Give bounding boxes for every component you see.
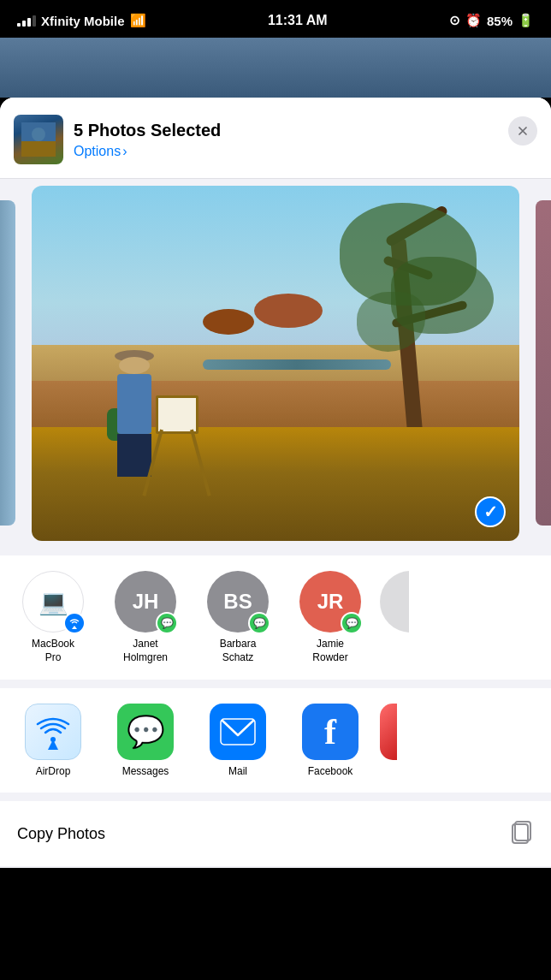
- facebook-app-icon: f: [302, 704, 358, 760]
- contact-avatar-wrap-janet: JH 💬: [115, 571, 176, 633]
- carousel-edge-right: [536, 200, 551, 526]
- battery-icon: 🔋: [518, 13, 534, 28]
- action-section[interactable]: Copy Photos: [0, 801, 551, 866]
- svg-point-2: [32, 128, 45, 141]
- easel-canvas: [156, 395, 198, 434]
- contact-barbara-schatz[interactable]: BS 💬 BarbaraSchatz: [195, 571, 281, 664]
- partial-app-icon: [380, 704, 397, 760]
- contact-avatar-partial: [380, 571, 409, 633]
- chevron-right-icon: ›: [122, 144, 127, 159]
- airdrop-app-icon: [25, 704, 81, 760]
- grand-canyon-scene: ✓: [32, 186, 519, 541]
- message-badge-inner-barbara: 💬: [250, 614, 269, 633]
- signal-bars-icon: [17, 15, 36, 27]
- facebook-f-icon: f: [324, 711, 336, 752]
- ground-rocks: [32, 427, 519, 541]
- messages-app-name: Messages: [122, 765, 169, 777]
- app-partial: [380, 704, 397, 777]
- thumbnail-inner: [14, 115, 63, 164]
- close-button[interactable]: [508, 116, 537, 146]
- contact-macbook-pro[interactable]: 💻 MacBookPro: [10, 571, 96, 664]
- mail-envelope-icon: [220, 718, 256, 745]
- carousel-main-photo: ✓: [32, 186, 519, 541]
- app-messages[interactable]: 💬 Messages: [103, 704, 188, 777]
- contact-avatar-wrap-barbara: BS 💬: [207, 571, 269, 633]
- contact-avatar-wrap-macbook: 💻: [22, 571, 84, 633]
- canyon-river: [203, 359, 391, 370]
- contact-avatar-wrap-jamie: JR 💬: [299, 571, 361, 633]
- alarm-icon: ⏰: [465, 13, 482, 28]
- header-text-group: 5 Photos Selected Options ›: [74, 121, 221, 159]
- painter-legs: [117, 434, 151, 477]
- target-icon: ⊙: [449, 13, 460, 28]
- app-airdrop[interactable]: AirDrop: [10, 704, 96, 777]
- painter-body: [117, 374, 151, 434]
- message-badge-barbara: 💬: [248, 612, 270, 634]
- copy-photos-label: Copy Photos: [17, 825, 105, 843]
- painter-figure: [117, 374, 151, 434]
- contact-avatar-wrap-partial: [380, 571, 409, 633]
- svg-point-3: [50, 737, 56, 742]
- apps-section: AirDrop 💬 Messages Mail f: [0, 688, 551, 793]
- contact-name-macbook: MacBookPro: [32, 638, 74, 664]
- app-facebook[interactable]: f Facebook: [287, 704, 373, 777]
- status-right: ⊙ ⏰ 85% 🔋: [449, 13, 534, 28]
- options-label: Options: [74, 144, 121, 159]
- contact-janet-holmgren[interactable]: JH 💬 JanetHolmgren: [103, 571, 188, 664]
- carrier-name: Xfinity Mobile: [41, 14, 125, 28]
- app-mail[interactable]: Mail: [195, 704, 281, 777]
- message-badge-inner-janet: 💬: [157, 614, 176, 633]
- wifi-icon: 📶: [130, 13, 146, 28]
- airdrop-badge-inner: [65, 614, 84, 633]
- easel: [156, 395, 198, 434]
- message-badge-jamie: 💬: [341, 612, 363, 634]
- mail-app-name: Mail: [228, 765, 247, 777]
- copy-documents-icon: [510, 818, 534, 844]
- photo-carousel[interactable]: ✓: [0, 179, 551, 547]
- status-time: 11:31 AM: [268, 13, 328, 28]
- status-bar: Xfinity Mobile 📶 11:31 AM ⊙ ⏰ 85% 🔋: [0, 0, 551, 38]
- close-icon: [516, 124, 530, 138]
- contact-name-barbara: BarbaraSchatz: [220, 638, 257, 664]
- airdrop-waves-icon: [35, 714, 71, 750]
- rock-2: [203, 309, 254, 335]
- copy-icon: [510, 818, 534, 849]
- top-photo-strip: [0, 38, 551, 98]
- photos-selected-title: 5 Photos Selected: [74, 121, 221, 140]
- facebook-app-name: Facebook: [308, 765, 353, 777]
- contact-name-jamie: JamieRowder: [312, 638, 347, 664]
- carousel-edge-left: [0, 200, 15, 526]
- share-header-left: 5 Photos Selected Options ›: [14, 115, 221, 164]
- airdrop-wave-icon: [68, 617, 80, 629]
- message-bubble-icon: 💬: [127, 714, 165, 750]
- message-badge-inner-jamie: 💬: [342, 614, 361, 633]
- contact-name-janet: JanetHolmgren: [123, 638, 168, 664]
- share-header: 5 Photos Selected Options ›: [0, 98, 551, 179]
- airdrop-app-name: AirDrop: [36, 765, 71, 777]
- airdrop-badge: [63, 612, 86, 634]
- selection-check-badge: ✓: [475, 496, 506, 527]
- battery-label: 85%: [487, 14, 512, 28]
- messages-app-icon: 💬: [117, 704, 174, 760]
- contacts-section: 💻 MacBookPro: [0, 555, 551, 680]
- contact-jamie-rowder[interactable]: JR 💬 JamieRowder: [287, 571, 373, 664]
- message-badge-janet: 💬: [156, 612, 178, 634]
- share-sheet: 5 Photos Selected Options ›: [0, 98, 551, 868]
- options-link[interactable]: Options ›: [74, 144, 221, 159]
- contact-partial: [380, 571, 409, 664]
- laptop-icon: 💻: [39, 588, 68, 616]
- status-left: Xfinity Mobile 📶: [17, 13, 146, 28]
- photo-thumbnail: [14, 115, 63, 164]
- mail-app-icon: [210, 704, 266, 760]
- contacts-row: 💻 MacBookPro: [10, 571, 541, 664]
- painter-head: [119, 357, 150, 374]
- svg-rect-1: [21, 141, 56, 157]
- rock-1: [254, 294, 323, 328]
